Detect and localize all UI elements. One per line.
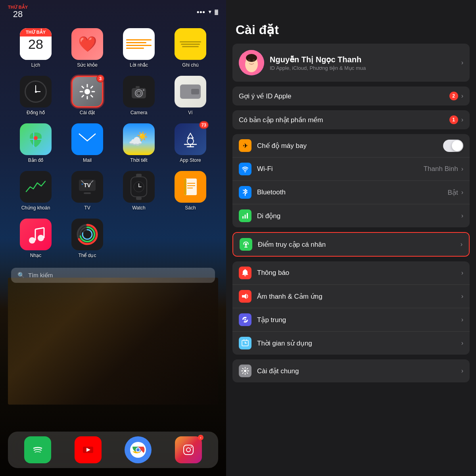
screentime-icon [239,337,251,349]
profile-name: Nguyễn Thị Ngọc Thanh [270,55,456,64]
app-appstore[interactable]: 73 App Store [169,123,212,163]
svg-line-36 [35,228,44,229]
app-camera[interactable]: Camera [117,76,161,115]
app-thoitiet[interactable]: ☀️ ☁️ Thời tiết [117,123,161,163]
wifi-item[interactable]: Wi-Fi Thanh Binh › [232,157,470,181]
general-chevron: › [461,367,463,374]
airplane-item[interactable]: ✈ Chế độ máy bay [232,134,470,157]
app-theduc[interactable]: Thể dục [65,219,109,258]
svg-point-57 [246,54,257,62]
app-label-suckhoe: Sức khỏe [77,62,98,68]
goiy-label: Gợi ý về ID Apple [239,92,449,100]
calendar-day: THỨ BẢY [20,28,52,36]
app-label-theduc: Thể dục [78,253,96,258]
focus-item[interactable]: Tập trung › [232,308,470,332]
app-suckhoe[interactable]: ❤️ Sức khỏe [65,28,109,68]
app-mail[interactable]: Mail [65,123,109,163]
wifi-icon [239,163,251,175]
app-label-camera: Camera [131,110,148,115]
bluetooth-item[interactable]: Bluetooth Bật › [232,181,470,204]
svg-rect-12 [136,86,140,88]
cellular-icon [239,209,251,222]
app-nhac[interactable]: Nhạc [14,219,58,258]
svg-point-76 [244,370,246,372]
focus-chevron: › [461,316,463,323]
app-chungkhoan[interactable]: Chứng khoán [14,171,58,211]
hotspot-chevron: › [461,241,463,248]
focus-icon [239,313,251,326]
caidat-badge: 3 [96,75,104,83]
sounds-chevron: › [461,293,463,300]
svg-point-58 [248,59,250,61]
appstore-badge: 73 [199,121,209,129]
capnhat-section[interactable]: Có bản cập nhật phần mềm 1 › [232,110,470,129]
general-label: Cài đặt chung [257,367,461,375]
notifications-icon [239,267,251,279]
airplane-label: Chế độ máy bay [257,142,443,150]
settings-group-2: Thông báo › Âm thanh & Cảm ứng › [232,261,470,355]
app-label-loinhac: Lời nhắc [130,62,148,68]
hotspot-label: Điểm truy cập cá nhân [258,240,461,249]
dock-chrome[interactable] [125,436,152,463]
wifi-value: Thanh Binh [424,165,458,173]
app-vi[interactable]: Ví [169,76,212,115]
svg-rect-51 [184,445,193,455]
airplane-toggle[interactable] [443,140,463,152]
app-donghо[interactable]: Đồng hồ [14,76,58,115]
app-label-appstore: App Store [180,157,201,163]
goiy-chevron: › [461,92,463,100]
screentime-label: Thời gian sử dụng [257,339,461,347]
app-ghichu[interactable]: Ghi chú [169,28,212,68]
svg-point-13 [143,89,144,91]
sounds-label: Âm thanh & Cảm ứng [257,292,461,301]
capnhat-badge: 1 [449,115,458,124]
sounds-item[interactable]: Âm thanh & Cảm ứng › [232,285,470,308]
hotspot-section[interactable]: Điểm truy cập cá nhân › [232,232,470,257]
dock: • [8,432,218,468]
app-label-ghichu: Ghi chú [182,62,198,68]
svg-line-5 [82,86,84,88]
profile-section[interactable]: Nguyễn Thị Ngọc Thanh ID Apple, iCloud, … [232,44,470,82]
settings-group-3: Cài đặt chung › [232,359,470,382]
goiy-item[interactable]: Gợi ý về ID Apple 2 › [232,86,470,106]
search-bar[interactable]: 🔍 Tìm kiếm [11,268,215,283]
bluetooth-icon [239,186,251,199]
general-item[interactable]: Cài đặt chung › [232,359,470,382]
svg-rect-64 [247,213,248,219]
app-sach[interactable]: Sách [169,171,212,211]
notifications-item[interactable]: Thông báo › [232,261,470,285]
settings-group-1: ✈ Chế độ máy bay Wi-Fi Thanh Binh › [232,134,470,227]
app-lich[interactable]: THỨ BẢY 28 Lịch [14,28,58,68]
svg-point-32 [29,237,35,244]
svg-marker-69 [242,294,246,299]
app-loinhac[interactable]: Lời nhắc [117,28,161,68]
capnhat-item[interactable]: Có bản cập nhật phần mềm 1 › [232,110,470,129]
calendar-date: 28 [28,36,43,51]
goiy-section[interactable]: Gợi ý về ID Apple 2 › [232,86,470,106]
dock-youtube[interactable] [75,436,102,463]
app-bando[interactable]: Bản đồ [14,123,58,163]
screentime-item[interactable]: Thời gian sử dụng › [232,332,470,355]
svg-point-16 [187,138,194,144]
svg-line-7 [91,86,92,88]
dock-instagram[interactable]: • [175,436,202,463]
app-watch[interactable]: Watch [117,171,161,211]
cellular-item[interactable]: Di động › [232,204,470,227]
screentime-chevron: › [461,340,463,347]
app-caidat[interactable]: 3 Cài đặt [65,76,109,115]
search-placeholder: Tìm kiếm [28,272,53,279]
hotspot-item[interactable]: Điểm truy cập cá nhân › [233,233,469,256]
svg-point-14 [34,136,38,140]
dock-spotify[interactable] [24,436,51,463]
app-label-mail: Mail [83,157,92,163]
svg-text:●: ● [81,182,83,185]
hotspot-icon [240,238,252,251]
focus-label: Tập trung [257,316,461,324]
svg-text:TV: TV [84,182,91,188]
app-tv[interactable]: TV ● TV [65,171,109,211]
capnhat-label: Có bản cập nhật phần mềm [239,116,449,124]
svg-point-52 [186,448,190,452]
svg-line-8 [82,95,84,97]
signal-icon: ●●● [197,9,205,15]
app-label-bando: Bản đồ [28,157,44,163]
